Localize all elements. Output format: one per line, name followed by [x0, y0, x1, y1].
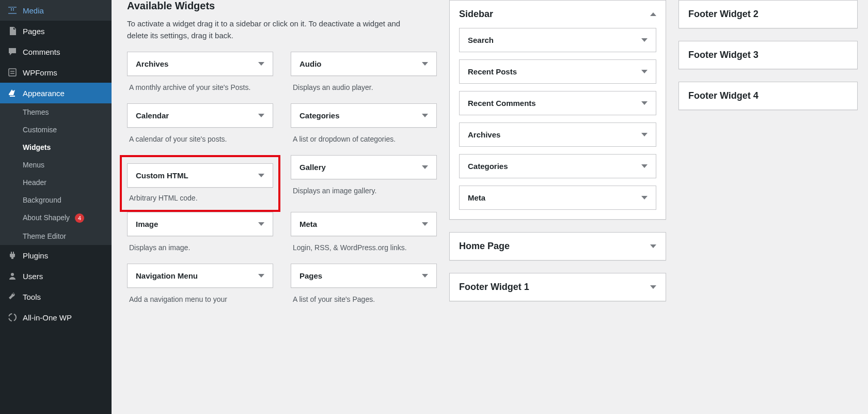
menu-comments[interactable]: Comments	[0, 41, 112, 62]
chevron-down-icon	[641, 70, 648, 73]
widget-desc: Login, RSS, & WordPress.org links.	[291, 242, 437, 264]
widget-archives[interactable]: Archives	[127, 52, 273, 76]
widget-gallery[interactable]: Gallery	[291, 155, 437, 179]
widget-title: Archives	[136, 59, 168, 68]
submenu-theme-editor[interactable]: Theme Editor	[0, 227, 112, 245]
widget-desc: Displays an image gallery.	[291, 186, 437, 207]
chevron-down-icon	[258, 274, 264, 278]
available-widgets-desc: To activate a widget drag it to a sideba…	[127, 18, 416, 41]
chevron-down-icon	[641, 133, 648, 136]
area-footer-4: Footer Widget 4	[678, 82, 858, 110]
chevron-down-icon	[422, 165, 428, 169]
widget-audio[interactable]: Audio	[291, 52, 437, 76]
menu-pages[interactable]: Pages	[0, 21, 112, 41]
tools-icon	[7, 292, 18, 302]
area-footer-4-header[interactable]: Footer Widget 4	[679, 82, 857, 110]
area-title: Footer Widget 4	[688, 90, 759, 101]
menu-label: Tools	[23, 293, 41, 301]
widget-title: Gallery	[299, 163, 326, 172]
submenu-about-shapely[interactable]: About Shapely 4	[0, 209, 112, 227]
menu-tools[interactable]: Tools	[0, 286, 112, 307]
area-footer-2-header[interactable]: Footer Widget 2	[679, 1, 857, 28]
area-footer-1: Footer Widget 1	[449, 273, 666, 301]
available-widgets-heading: Available Widgets	[127, 0, 437, 12]
submenu-menus[interactable]: Menus	[0, 156, 112, 174]
widget-categories[interactable]: Categories	[291, 103, 437, 128]
menu-media[interactable]: Media	[0, 0, 112, 21]
menu-label: Pages	[23, 27, 45, 36]
submenu-customise[interactable]: Customise	[0, 121, 112, 139]
svg-point-3	[11, 273, 14, 276]
submenu-header[interactable]: Header	[0, 174, 112, 191]
area-home-page-header[interactable]: Home Page	[450, 233, 666, 260]
sidebar-widget-title: Recent Comments	[468, 99, 536, 108]
submenu-themes[interactable]: Themes	[0, 103, 112, 121]
users-icon	[7, 271, 18, 281]
menu-wpforms[interactable]: WPForms	[0, 62, 112, 83]
plugins-icon	[7, 250, 18, 260]
widget-desc: A list of your site's Pages.	[291, 294, 437, 315]
wpforms-icon	[7, 67, 18, 78]
widget-calendar[interactable]: Calendar	[127, 103, 273, 128]
chevron-down-icon	[258, 174, 264, 177]
widget-desc: A list or dropdown of categories.	[291, 134, 437, 155]
chevron-down-icon	[650, 285, 656, 289]
media-icon	[7, 5, 18, 16]
widget-title: Meta	[299, 220, 317, 228]
chevron-down-icon	[422, 222, 428, 226]
sidebar-widget-search[interactable]: Search	[459, 28, 656, 52]
sidebar-widget-categories[interactable]: Categories	[459, 154, 656, 178]
area-title: Home Page	[459, 241, 510, 252]
menu-plugins[interactable]: Plugins	[0, 245, 112, 266]
menu-users[interactable]: Users	[0, 266, 112, 286]
content-area: Available Widgets To activate a widget d…	[112, 0, 868, 414]
area-title: Footer Widget 2	[688, 9, 759, 20]
widget-title: Calendar	[136, 111, 169, 120]
widget-desc: Displays an audio player.	[291, 82, 437, 103]
sidebar-widget-recent-comments[interactable]: Recent Comments	[459, 91, 656, 115]
sidebar-widget-recent-posts[interactable]: Recent Posts	[459, 59, 656, 84]
widget-desc: Arbitrary HTML code.	[127, 193, 273, 206]
chevron-down-icon	[258, 62, 264, 66]
menu-label: Plugins	[23, 251, 48, 260]
sidebar-widget-archives[interactable]: Archives	[459, 122, 656, 147]
widget-meta[interactable]: Meta	[291, 212, 437, 236]
chevron-down-icon	[641, 196, 648, 200]
widget-custom-html[interactable]: Custom HTML	[127, 163, 273, 188]
menu-label: Appearance	[23, 89, 65, 98]
area-footer-2: Footer Widget 2	[678, 0, 858, 28]
appearance-submenu: Themes Customise Widgets Menus Header Ba…	[0, 103, 112, 245]
sidebar-widget-title: Recent Posts	[468, 67, 517, 76]
menu-allinone[interactable]: All-in-One WP	[0, 307, 112, 328]
allinone-icon	[7, 312, 18, 323]
menu-label: Users	[23, 272, 43, 281]
area-sidebar-body: Search Recent Posts Recent Comments	[450, 28, 666, 219]
area-title: Footer Widget 3	[688, 50, 759, 60]
chevron-down-icon	[641, 101, 648, 105]
svg-point-4	[9, 314, 16, 321]
widget-title: Audio	[299, 59, 322, 68]
area-sidebar-header[interactable]: Sidebar	[450, 1, 666, 28]
widget-pages[interactable]: Pages	[291, 264, 437, 288]
chevron-down-icon	[422, 274, 428, 278]
area-footer-3: Footer Widget 3	[678, 41, 858, 69]
menu-label: Media	[23, 6, 44, 15]
submenu-background[interactable]: Background	[0, 191, 112, 209]
sidebar-widget-meta[interactable]: Meta	[459, 186, 656, 210]
chevron-down-icon	[258, 222, 264, 226]
widget-image[interactable]: Image	[127, 212, 273, 236]
widget-title: Image	[136, 220, 158, 228]
area-footer-3-header[interactable]: Footer Widget 3	[679, 41, 857, 69]
area-title: Sidebar	[459, 9, 493, 20]
widget-navigation[interactable]: Navigation Menu	[127, 264, 273, 288]
admin-menu: Media Pages Comments WPForms Appearance …	[0, 0, 112, 414]
menu-appearance[interactable]: Appearance	[0, 83, 112, 103]
chevron-down-icon	[422, 114, 428, 117]
area-footer-1-header[interactable]: Footer Widget 1	[450, 273, 666, 301]
menu-label: WPForms	[23, 68, 57, 77]
widget-desc: Displays an image.	[127, 242, 273, 264]
widget-title: Categories	[299, 111, 340, 120]
pages-icon	[7, 26, 18, 36]
submenu-widgets[interactable]: Widgets	[0, 139, 112, 156]
menu-label: All-in-One WP	[23, 313, 72, 322]
